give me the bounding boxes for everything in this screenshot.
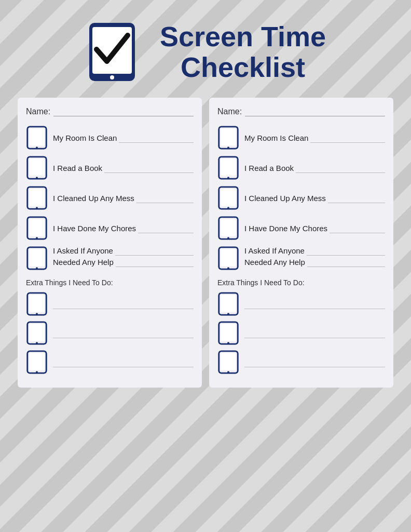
checklists-container: Name: My Room Is Clean xyxy=(10,98,401,388)
checklist-item-anyone-left: I Asked If Anyone Needed Any Help xyxy=(26,246,194,271)
extra-line-right-3 xyxy=(244,358,385,367)
tablet-checkbox-room-right[interactable] xyxy=(217,126,239,151)
name-line-left xyxy=(53,107,194,116)
svg-rect-13 xyxy=(30,219,45,236)
tablet-checkbox-book-right[interactable] xyxy=(217,156,239,181)
svg-rect-40 xyxy=(221,249,236,267)
tablet-checkbox-chores-left[interactable] xyxy=(26,216,48,241)
extra-line-left-3 xyxy=(53,358,194,367)
svg-point-47 xyxy=(227,342,229,344)
tablet-checkbox-book-left[interactable] xyxy=(26,156,48,181)
extra-item-left-3 xyxy=(26,350,194,375)
item-text-chores-left: I Have Done My Chores xyxy=(53,224,194,233)
checklist-item-anyone-right: I Asked If Anyone Needed Any Help xyxy=(217,246,385,271)
tablet-checkbox-extra-right-1[interactable] xyxy=(217,292,239,317)
tablet-checkbox-chores-right[interactable] xyxy=(217,216,239,241)
svg-point-44 xyxy=(227,313,229,315)
page: Screen Time Checklist Name: xyxy=(0,0,411,532)
title-block: Screen Time Checklist xyxy=(160,21,326,83)
extra-item-left-1 xyxy=(26,292,194,317)
svg-rect-43 xyxy=(221,295,236,312)
name-label-right: Name: xyxy=(217,107,242,116)
checklist-item-mess-left: I Cleaned Up Any Mess xyxy=(26,186,194,211)
checklist-right: Name: My Room Is Clean xyxy=(209,98,393,388)
svg-point-32 xyxy=(227,177,229,179)
extra-label-left: Extra Things I Need To Do: xyxy=(26,278,194,287)
item-text-mess-left: I Cleaned Up Any Mess xyxy=(53,194,194,203)
svg-rect-34 xyxy=(221,189,236,206)
extra-line-left-1 xyxy=(53,300,194,309)
svg-point-2 xyxy=(110,75,114,79)
extra-section-right: Extra Things I Need To Do: xyxy=(217,278,385,375)
extra-item-left-2 xyxy=(26,321,194,346)
header: Screen Time Checklist xyxy=(10,10,401,98)
item-text-book-right: I Read a Book xyxy=(244,164,385,173)
tablet-checkbox-anyone-left[interactable] xyxy=(26,246,48,271)
extra-item-right-3 xyxy=(217,350,385,375)
svg-rect-7 xyxy=(30,159,45,176)
svg-rect-4 xyxy=(30,129,45,146)
main-title: Screen Time xyxy=(160,21,326,52)
item-label-mess-right: I Cleaned Up Any Mess xyxy=(244,194,326,203)
item-text-room-right: My Room Is Clean xyxy=(244,134,385,143)
tablet-checkbox-anyone-right[interactable] xyxy=(217,246,239,271)
svg-point-41 xyxy=(227,267,229,269)
svg-rect-25 xyxy=(30,353,45,370)
svg-rect-46 xyxy=(221,324,236,341)
svg-point-23 xyxy=(36,342,38,344)
tablet-checkbox-extra-left-2[interactable] xyxy=(26,321,48,346)
svg-point-35 xyxy=(227,207,229,209)
checklist-item-chores-left: I Have Done My Chores xyxy=(26,216,194,241)
checklist-left: Name: My Room Is Clean xyxy=(18,98,202,388)
svg-rect-19 xyxy=(30,295,45,312)
extra-line-left-2 xyxy=(53,329,194,338)
svg-point-11 xyxy=(36,207,38,209)
item-label-anyone-left-2: Needed Any Help xyxy=(53,258,114,267)
item-label-chores-right: I Have Done My Chores xyxy=(244,224,327,233)
svg-point-50 xyxy=(227,371,229,373)
svg-rect-31 xyxy=(221,159,236,176)
item-label-book-right: I Read a Book xyxy=(244,164,294,173)
svg-point-14 xyxy=(36,237,38,239)
item-label-room-right: My Room Is Clean xyxy=(244,134,308,143)
item-text-room-left: My Room Is Clean xyxy=(53,134,194,143)
item-label-anyone-left-1: I Asked If Anyone xyxy=(53,246,113,256)
extra-line-right-1 xyxy=(244,300,385,309)
svg-point-38 xyxy=(227,237,229,239)
tablet-checkbox-room-left[interactable] xyxy=(26,126,48,151)
item-label-book-left: I Read a Book xyxy=(53,164,102,173)
extra-item-right-1 xyxy=(217,292,385,317)
tablet-checkbox-extra-right-3[interactable] xyxy=(217,350,239,375)
checklist-item-room-left: My Room Is Clean xyxy=(26,126,194,151)
svg-point-29 xyxy=(227,147,229,149)
checklist-item-chores-right: I Have Done My Chores xyxy=(217,216,385,241)
svg-rect-22 xyxy=(30,324,45,341)
tablet-checkbox-mess-right[interactable] xyxy=(217,186,239,211)
tablet-checkbox-extra-left-3[interactable] xyxy=(26,350,48,375)
item-text-anyone-left: I Asked If Anyone Needed Any Help xyxy=(53,246,194,267)
name-label-left: Name: xyxy=(26,107,50,116)
checklist-item-room-right: My Room Is Clean xyxy=(217,126,385,151)
svg-rect-28 xyxy=(221,129,236,146)
svg-rect-49 xyxy=(221,353,236,370)
item-label-anyone-right-2: Needed Any Help xyxy=(244,258,305,267)
svg-point-26 xyxy=(36,371,38,373)
name-row-left: Name: xyxy=(26,107,194,116)
item-label-room-left: My Room Is Clean xyxy=(53,134,117,143)
svg-point-17 xyxy=(36,267,38,269)
svg-point-20 xyxy=(36,313,38,315)
checklist-item-book-left: I Read a Book xyxy=(26,156,194,181)
tablet-checkbox-extra-right-2[interactable] xyxy=(217,321,239,346)
item-label-chores-left: I Have Done My Chores xyxy=(53,224,136,233)
svg-rect-10 xyxy=(30,189,45,206)
tablet-checkbox-mess-left[interactable] xyxy=(26,186,48,211)
extra-item-right-2 xyxy=(217,321,385,346)
svg-point-8 xyxy=(36,177,38,179)
header-tablet-icon xyxy=(85,21,147,83)
checklist-item-mess-right: I Cleaned Up Any Mess xyxy=(217,186,385,211)
tablet-checkbox-extra-left-1[interactable] xyxy=(26,292,48,317)
item-text-anyone-right: I Asked If Anyone Needed Any Help xyxy=(244,246,385,267)
item-text-mess-right: I Cleaned Up Any Mess xyxy=(244,194,385,203)
item-text-chores-right: I Have Done My Chores xyxy=(244,224,385,233)
item-text-book-left: I Read a Book xyxy=(53,164,194,173)
